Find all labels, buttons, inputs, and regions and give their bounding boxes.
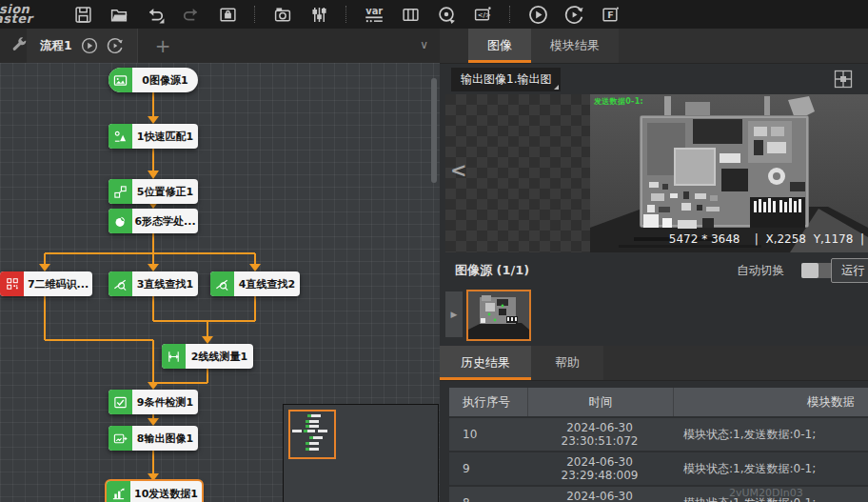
run-icon[interactable]: [527, 4, 548, 25]
flow-header: 流程1 + ∨: [0, 29, 440, 64]
flow-tab[interactable]: 流程1: [27, 29, 138, 63]
run-button[interactable]: 运行: [831, 258, 868, 283]
flow-canvas[interactable]: 0图像源1 1快速匹配1 5位置修正1 6形态学处...: [0, 63, 440, 502]
flow-node-send-data[interactable]: 10发送数据1: [107, 481, 202, 502]
minimap-viewport[interactable]: [288, 410, 336, 459]
chevron-down-icon[interactable]: ∨: [420, 38, 428, 51]
flow-node-image-source[interactable]: 0图像源1: [108, 68, 198, 92]
image-status-text: 5472 * 3648 | X,2258 Y,1178 |: [669, 232, 864, 246]
canvas-vertical-scrollbar[interactable]: [431, 78, 437, 183]
watermark-text: 2vUM20DIn03: [729, 487, 803, 499]
code-icon[interactable]: </>: [472, 4, 493, 25]
wrench-icon[interactable]: [11, 37, 28, 53]
flow-panel: 流程1 + ∨: [0, 29, 440, 502]
front-window-icon[interactable]: F: [600, 4, 621, 25]
add-flow-button[interactable]: +: [155, 36, 171, 55]
save-icon[interactable]: [72, 4, 93, 25]
tab-image[interactable]: 图像: [468, 29, 531, 63]
fit-view-icon[interactable]: [834, 70, 853, 89]
send-data-icon: [107, 481, 130, 502]
app-logo: ision aster: [0, 5, 63, 24]
toggle-knob: [801, 263, 819, 278]
toolbar-separator: [254, 6, 256, 23]
top-toolbar: ision aster: [0, 0, 868, 29]
flow-node-line-measure[interactable]: 2线线测量1: [162, 344, 253, 369]
flow-node-line-find-2[interactable]: 4直线查找2: [210, 271, 300, 296]
continuous-run-icon[interactable]: [563, 4, 584, 25]
auto-switch-label: 自动切换: [737, 263, 784, 279]
flow-node-qr-code[interactable]: 7二维码识...: [0, 271, 92, 296]
tab-module-result[interactable]: 模块结果: [531, 29, 619, 63]
position-correct-icon: [108, 179, 132, 204]
col-header-time: 时间: [527, 388, 673, 416]
flow-node-fast-match[interactable]: 1快速匹配1: [108, 124, 198, 149]
fast-match-icon: [108, 124, 132, 149]
flow-tab-label: 流程1: [40, 38, 72, 54]
history-table: 执行序号 时间 模块数据 10 2024-06-30 23:30:51:072 …: [449, 388, 868, 502]
flow-node-morphology[interactable]: 6形态学处...: [108, 209, 198, 233]
history-help-tabs: 历史结果 帮助: [440, 346, 868, 381]
panel-icon[interactable]: [400, 4, 421, 25]
qr-code-icon: [0, 271, 24, 296]
redo-icon[interactable]: [181, 4, 202, 25]
table-row[interactable]: 9 2024-06-30 23:29:48:009 模块状态:1,发送数据:0-…: [449, 452, 868, 485]
image-result-tabs: 图像 模块结果: [440, 29, 868, 64]
visionmaster-window: ision aster: [0, 0, 868, 502]
flow-node-condition-check[interactable]: 9条件检测1: [108, 390, 198, 414]
table-row[interactable]: 8 2024-06-30 23:29:46:651 模块状态:1,发送数据:0-…: [449, 487, 868, 502]
flow-node-position-correct[interactable]: 5位置修正1: [108, 179, 198, 204]
sync-icon[interactable]: [436, 4, 457, 25]
expand-thumbnails-icon[interactable]: ▶: [445, 291, 463, 337]
svg-text:F: F: [607, 10, 614, 20]
image-thumbnail[interactable]: [466, 290, 531, 341]
image-source-dropdown[interactable]: 输出图像1.输出图: [451, 68, 561, 91]
history-table-header: 执行序号 时间 模块数据: [449, 388, 868, 416]
var-icon[interactable]: var: [364, 4, 385, 25]
flow-minimap[interactable]: [283, 404, 439, 502]
flow-node-output-image[interactable]: 8输出图像1: [108, 426, 198, 451]
flow-run-loop-icon[interactable]: [107, 37, 124, 54]
image-source-icon: [108, 68, 132, 92]
image-overlay-text: 发送数据0-1:: [594, 96, 643, 107]
thumbnail-strip: ▶: [440, 288, 868, 343]
history-help-tabs-wrap: 历史结果 帮助: [440, 346, 868, 381]
undo-icon[interactable]: [145, 4, 166, 25]
image-toolbar: 输出图像1.输出图: [440, 64, 868, 95]
line-find-icon: [210, 271, 234, 296]
line-find-icon: [108, 271, 132, 296]
svg-text:</>: </>: [478, 11, 491, 19]
image-source-label: 图像源 (1/1): [455, 262, 529, 279]
morphology-icon: [108, 209, 132, 233]
prev-image-arrow-icon[interactable]: <: [450, 159, 467, 182]
flow-node-line-find-1[interactable]: 3直线查找1: [108, 271, 198, 296]
output-image-icon: [108, 426, 132, 451]
sliders-icon[interactable]: [308, 4, 329, 25]
table-row[interactable]: 10 2024-06-30 23:30:51:072 模块状态:1,发送数据:0…: [449, 418, 868, 451]
col-header-module-data: 模块数据: [673, 388, 868, 416]
tab-help[interactable]: 帮助: [531, 346, 603, 380]
flow-run-once-icon[interactable]: [81, 37, 98, 54]
camera-icon[interactable]: [272, 4, 293, 25]
image-preview[interactable]: 发送数据0-1: < 5472 * 3648 | X,2258 Y,1178 |: [445, 94, 868, 252]
result-panel: 图像 模块结果 输出图像1.输出图: [440, 29, 868, 502]
open-icon[interactable]: [108, 4, 129, 25]
col-header-exec-index: 执行序号: [449, 394, 527, 411]
image-source-row: 图像源 (1/1) 自动切换 运行: [440, 255, 868, 286]
line-measure-icon: [162, 344, 186, 369]
svg-text:var: var: [365, 6, 383, 16]
lock-window-icon[interactable]: [217, 4, 238, 25]
pcb-image: [590, 94, 868, 252]
condition-check-icon: [108, 390, 132, 414]
tab-history-result[interactable]: 历史结果: [440, 346, 531, 380]
toolbar-separator: [509, 6, 511, 23]
toolbar-separator: [345, 6, 347, 23]
